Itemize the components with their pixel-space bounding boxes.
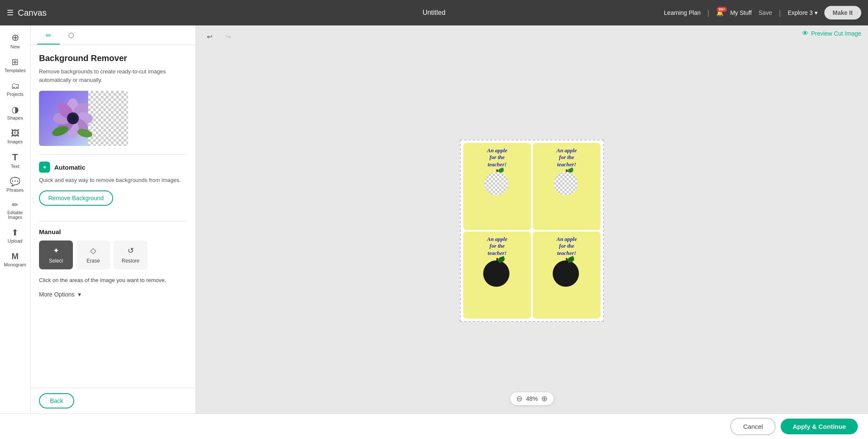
apple-black-3 [483, 260, 509, 287]
canvas-viewport[interactable]: An applefor theteacher! An applefor thet… [196, 48, 868, 414]
projects-icon: 🗂 [11, 81, 19, 90]
explore-link[interactable]: Explore 3 ▾ [787, 9, 817, 16]
plus-icon: ⊕ [11, 33, 19, 42]
sidebar-item-upload[interactable]: ⬆ Upload [0, 224, 30, 248]
side-panel: ✏ ⬡ Background Remover Remove background… [31, 25, 196, 414]
zoom-out-button[interactable]: ⊖ [516, 395, 523, 403]
erase-tool-button[interactable]: ◇ Erase [76, 240, 110, 269]
redo-icon: ↪ [225, 33, 231, 41]
sidebar-item-phrases[interactable]: 💬 Phrases [0, 173, 30, 197]
preview-cut-label: Preview Cut Image [811, 30, 861, 37]
sidebar-item-text[interactable]: T Text [0, 148, 30, 173]
automatic-section-header: ✦ Automatic [39, 162, 187, 173]
bottom-bar: Cancel Apply & Continue [0, 414, 868, 439]
learning-plan-link[interactable]: Learning Plan [664, 9, 701, 16]
preview-cut-button[interactable]: 👁 Preview Cut Image [802, 30, 861, 37]
apple-card-3: An applefor theteacher! [463, 232, 531, 319]
top-nav: ☰ Canvas Untitled Learning Plan | 🔔 99+ … [0, 0, 868, 25]
upload-icon: ⬆ [11, 228, 19, 237]
apple-image-3 [483, 260, 511, 288]
nav-divider-2: | [779, 8, 781, 17]
sidebar-item-monogram[interactable]: M Monogram [0, 248, 30, 271]
nav-right-group: Learning Plan | 🔔 99+ My Stuff Save | Ex… [664, 6, 861, 20]
main-layout: ⊕ New ⊞ Templates 🗂 Projects ◑ Shapes 🖼 … [0, 25, 868, 414]
edit-tab-icon: ✏ [46, 31, 51, 39]
editable-images-icon: ✏ [12, 201, 18, 209]
erase-icon: ◇ [90, 246, 96, 255]
apple-card-4-text: An applefor theteacher! [556, 236, 577, 257]
sidebar-item-editable-images[interactable]: ✏ Editable Images [0, 197, 30, 224]
sidebar-item-projects[interactable]: 🗂 Projects [0, 77, 30, 101]
restore-tool-button[interactable]: ↺ Restore [114, 240, 147, 269]
undo-icon: ↩ [207, 33, 212, 41]
apple-card-3-text: An applefor theteacher! [487, 236, 507, 257]
nav-divider-1: | [707, 8, 709, 17]
brand-name: Canvas [18, 8, 47, 18]
apple-image-2 [554, 172, 579, 197]
images-icon: 🖼 [11, 129, 19, 137]
image-preview [39, 91, 128, 146]
apple-checker-1 [484, 172, 508, 196]
hamburger-icon: ☰ [7, 8, 14, 17]
more-options-toggle[interactable]: More Options ▾ [39, 291, 187, 305]
save-link[interactable]: Save [759, 9, 772, 16]
hamburger-menu[interactable]: ☰ Canvas [7, 8, 47, 18]
zoom-in-icon: ⊕ [541, 395, 548, 403]
erase-label: Erase [86, 258, 100, 264]
panel-tabs: ✏ ⬡ [31, 25, 195, 45]
apple-card-1: An applefor theteacher! [463, 143, 531, 230]
canvas-area: ↩ ↪ 👁 Preview Cut Image An applefor thet… [196, 25, 868, 414]
back-button[interactable]: Back [39, 393, 74, 408]
panel-description: Remove backgrounds to create ready-to-cu… [39, 67, 187, 84]
tab-cut[interactable]: ⬡ [60, 25, 83, 45]
notification-badge: 99+ [717, 7, 726, 12]
apple-image-4 [553, 260, 581, 288]
select-tool-button[interactable]: ✦ Select [39, 240, 73, 269]
eye-icon: 👁 [802, 30, 809, 37]
zoom-controls: ⊖ 48% ⊕ [510, 392, 554, 405]
panel-content: Background Remover Remove backgrounds to… [31, 45, 195, 388]
explore-label: Explore 3 [787, 9, 812, 16]
sidebar-item-new[interactable]: ⊕ New [0, 29, 30, 53]
shapes-icon: ◑ [11, 105, 19, 114]
apple-card-2: An applefor theteacher! [533, 143, 601, 230]
restore-label: Restore [122, 258, 139, 264]
zoom-in-button[interactable]: ⊕ [541, 395, 548, 403]
automatic-icon: ✦ [39, 162, 50, 173]
icon-sidebar: ⊕ New ⊞ Templates 🗂 Projects ◑ Shapes 🖼 … [0, 25, 31, 414]
zoom-level: 48% [526, 395, 538, 402]
click-instruction: Click on the areas of the image you want… [39, 276, 187, 285]
apple-image-1 [484, 172, 510, 197]
sidebar-item-shapes[interactable]: ◑ Shapes [0, 101, 30, 125]
select-icon: ✦ [53, 246, 59, 255]
flower-background [39, 91, 128, 146]
sidebar-item-templates[interactable]: ⊞ Templates [0, 53, 30, 77]
more-options-label: More Options [39, 291, 75, 298]
notification-bell[interactable]: 🔔 99+ [716, 9, 723, 16]
canvas-toolbar: ↩ ↪ [196, 25, 868, 48]
tab-edit[interactable]: ✏ [37, 25, 60, 45]
divider-1 [39, 154, 187, 155]
sidebar-item-images[interactable]: 🖼 Images [0, 125, 30, 148]
my-stuff-link[interactable]: My Stuff [730, 9, 752, 16]
remove-background-button[interactable]: Remove Background [39, 190, 113, 206]
undo-button[interactable]: ↩ [203, 30, 216, 43]
apple-leaf-4 [567, 256, 575, 263]
divider-2 [39, 221, 187, 221]
make-it-button[interactable]: Make It [824, 6, 861, 20]
apple-card-2-text: An applefor theteacher! [556, 147, 577, 169]
flower-image [47, 95, 98, 142]
monogram-icon: M [11, 252, 19, 260]
document-title[interactable]: Untitled [423, 9, 445, 17]
apple-card-4: An applefor theteacher! [533, 232, 601, 319]
panel-title: Background Remover [39, 53, 187, 63]
svg-point-9 [70, 115, 76, 122]
apple-card-1-text: An applefor theteacher! [487, 147, 507, 169]
zoom-out-icon: ⊖ [516, 395, 523, 403]
apply-continue-button[interactable]: Apply & Continue [781, 419, 858, 434]
templates-icon: ⊞ [11, 58, 19, 66]
apple-leaf-3 [497, 256, 505, 263]
phrases-icon: 💬 [10, 177, 20, 186]
redo-button[interactable]: ↪ [221, 30, 235, 43]
cancel-button[interactable]: Cancel [730, 418, 776, 435]
